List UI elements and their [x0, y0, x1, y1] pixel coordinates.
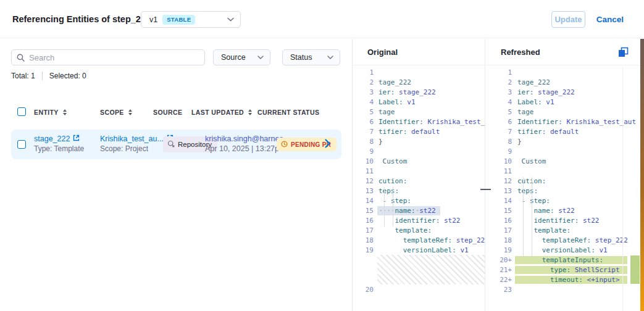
total-count: Total: 1 — [11, 72, 35, 80]
code-line: 14 - step: — [486, 196, 644, 205]
indent-guide — [393, 187, 393, 226]
code-line: 19 versionLabel: v1 — [353, 245, 485, 255]
column-header-entity[interactable]: ENTITY — [34, 109, 67, 116]
diff-pane: Original 12tage_2223ier: stage_2224Label… — [352, 39, 644, 311]
line-text: versionLabel: v1 — [378, 246, 469, 254]
entity-link[interactable]: stage_222 — [34, 135, 70, 143]
edge-scroll-strip — [640, 39, 644, 311]
sort-icon[interactable] — [248, 109, 252, 115]
code-line: 16 identifier: st22 — [486, 215, 644, 225]
line-number: 15 — [486, 207, 512, 215]
line-text: template: — [517, 226, 571, 234]
search-input[interactable] — [29, 53, 199, 62]
line-text: Identifier: Krishika_test_aut — [378, 118, 485, 126]
version-selector[interactable]: v1 STABLE — [141, 11, 241, 28]
line-number: 13 — [486, 187, 512, 195]
column-header-source: SOURCE — [153, 109, 182, 116]
column-label: CURRENT STATUS — [257, 109, 319, 116]
table-row[interactable]: stage_222Type: TemplateKrishika_test_au.… — [11, 130, 341, 159]
code-line: 7tifier: default — [486, 126, 644, 136]
line-number: 23 — [486, 286, 512, 294]
code-line: 11 — [353, 166, 485, 176]
code-line: 15 name: st22 — [486, 205, 644, 215]
line-number: 2 — [486, 78, 512, 86]
line-text: tage — [378, 108, 395, 116]
version-value: v1 — [149, 15, 157, 24]
line-number: 4 — [486, 98, 512, 106]
line-number: 14 — [353, 197, 374, 205]
refreshed-panel: Refreshed 12tage_2223ier: stage_2224Labe… — [486, 39, 644, 311]
search-icon — [17, 54, 25, 62]
line-number: 12 — [353, 177, 374, 185]
line-number: 19 — [486, 246, 512, 254]
external-link-icon[interactable] — [73, 135, 80, 143]
line-number: 6 — [353, 118, 374, 126]
line-number: 9 — [486, 147, 512, 156]
code-line: 8} — [353, 136, 485, 146]
line-number: 10 — [353, 157, 374, 165]
line-number: 15 — [353, 207, 374, 215]
original-panel-title: Original — [367, 48, 398, 57]
line-text: - step: — [517, 197, 550, 205]
cancel-button[interactable]: Cancel — [596, 15, 624, 24]
line-number: 16 — [353, 217, 374, 225]
line-number: 18 — [486, 236, 512, 244]
column-label: LAST UPDATED — [191, 109, 244, 116]
code-line: 22+ timeout: <+input> — [486, 275, 644, 284]
copy-icon[interactable] — [618, 47, 629, 59]
sort-icon[interactable] — [63, 109, 67, 115]
code-line: 6Identifier: Krishika_test_aut — [486, 117, 644, 126]
clock-icon — [281, 141, 288, 149]
line-number: 7 — [486, 128, 512, 136]
sort-icon[interactable] — [128, 109, 132, 115]
line-number: 2 — [353, 78, 374, 86]
source-filter-label: Source — [221, 53, 246, 62]
code-line: 2tage_222 — [486, 77, 644, 87]
line-number: 19 — [353, 246, 374, 254]
line-text: identifier: st22 — [378, 217, 460, 225]
line-text: templateRef: step_222 — [517, 236, 628, 244]
code-line: 5tage — [486, 107, 644, 117]
code-line: 14 - step: — [353, 196, 485, 205]
select-all-checkbox[interactable] — [17, 107, 26, 116]
chevron-right-icon[interactable] — [325, 139, 330, 151]
code-line: 15····name:·st22 — [353, 205, 485, 215]
code-line: 21+ type: ShellScript — [486, 265, 644, 275]
code-line: 17 template: — [353, 225, 485, 235]
status-filter-dropdown[interactable]: Status — [282, 49, 340, 65]
update-button[interactable]: Update — [551, 11, 585, 28]
line-text: tifier: default — [378, 128, 440, 136]
code-line: 23 — [486, 284, 644, 294]
modal-header: Referencing Entities of step_222 v1 STAB… — [0, 0, 644, 38]
row-checkbox[interactable] — [17, 140, 26, 149]
code-line: 9 — [353, 146, 485, 156]
chevron-down-icon — [327, 56, 333, 59]
code-line: 11 — [486, 166, 644, 176]
diff-splitter-marker — [480, 189, 491, 190]
search-box[interactable] — [11, 49, 205, 65]
code-line: 13teps: — [486, 186, 644, 196]
line-text: tifier: default — [517, 128, 579, 136]
line-number: 17 — [486, 226, 512, 234]
line-number: 22+ — [486, 276, 512, 284]
indent-guide — [532, 177, 532, 256]
line-number: 3 — [353, 88, 374, 96]
line-text: identifier: st22 — [517, 217, 599, 225]
column-header-scope[interactable]: SCOPE — [100, 109, 132, 116]
line-number: 3 — [486, 88, 512, 96]
entity-cell: stage_222Type: Template — [34, 135, 84, 153]
source-filter-dropdown[interactable]: Source — [213, 49, 270, 65]
column-header-last-updated[interactable]: LAST UPDATED — [191, 109, 252, 116]
editor-edge-line — [622, 67, 623, 311]
line-number: 5 — [353, 108, 374, 116]
code-line: 4Label: v1 — [486, 97, 644, 107]
scope-link[interactable]: Krishika_test_au... — [100, 135, 164, 143]
code-line: 9 — [486, 146, 644, 156]
code-line: 8} — [486, 136, 644, 146]
line-number: 5 — [486, 108, 512, 116]
code-line: 12cution: — [353, 176, 485, 186]
line-number: 13 — [353, 187, 374, 195]
original-code-editor[interactable]: 12tage_2223ier: stage_2224Label: v15tage… — [353, 67, 485, 311]
refreshed-code-editor[interactable]: 12tage_2223ier: stage_2224Label: v15tage… — [486, 67, 644, 311]
code-line: 18 templateRef: step_222 — [486, 235, 644, 245]
